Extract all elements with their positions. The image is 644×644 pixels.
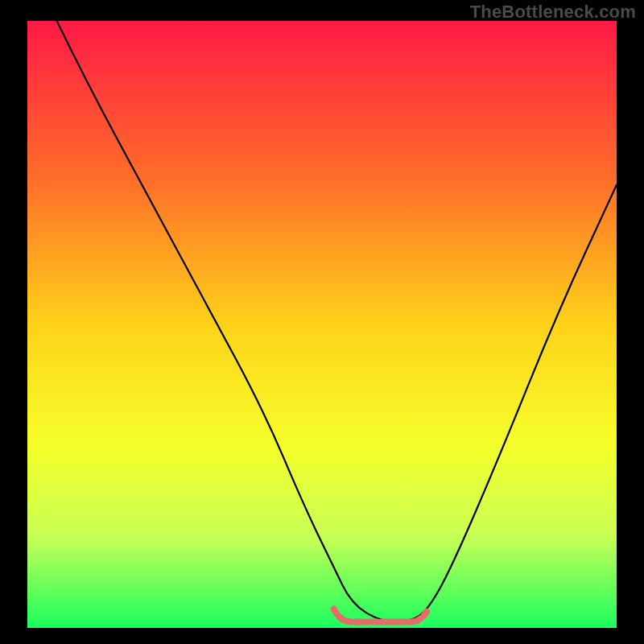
chart-frame: TheBottleneck.com <box>0 0 644 644</box>
watermark-text: TheBottleneck.com <box>470 2 636 23</box>
plot-background <box>27 21 617 628</box>
bottleneck-chart <box>0 0 644 644</box>
